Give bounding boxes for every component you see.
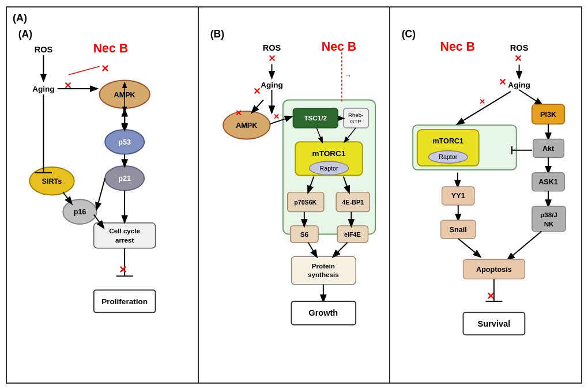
svg-text:eIF4E: eIF4E <box>344 231 360 238</box>
svg-text:4E-BP1: 4E-BP1 <box>342 199 363 206</box>
svg-line-63 <box>316 128 322 142</box>
svg-rect-74 <box>337 226 368 243</box>
svg-point-13 <box>105 130 144 154</box>
svg-text:synthesis: synthesis <box>308 271 339 278</box>
svg-point-47 <box>223 111 270 139</box>
svg-rect-58 <box>295 142 363 175</box>
svg-text:✕: ✕ <box>479 98 485 106</box>
svg-rect-37 <box>94 290 156 313</box>
svg-text:Protein: Protein <box>311 262 334 270</box>
svg-text:ROS: ROS <box>35 45 53 54</box>
svg-text:AMPK: AMPK <box>236 122 257 130</box>
svg-text:Akt: Akt <box>542 145 555 153</box>
svg-text:(B): (B) <box>210 28 224 40</box>
svg-text:Raptor: Raptor <box>439 153 458 160</box>
svg-rect-97 <box>532 104 564 124</box>
svg-text:SIRTs: SIRTs <box>42 177 62 185</box>
svg-line-122 <box>458 238 480 256</box>
svg-text:✕: ✕ <box>514 54 522 63</box>
svg-rect-100 <box>533 139 564 157</box>
svg-text:✕: ✕ <box>253 86 261 96</box>
svg-text:Survival: Survival <box>478 319 511 328</box>
svg-text:p38/J: p38/J <box>540 211 557 218</box>
svg-text:p16: p16 <box>74 208 86 216</box>
svg-line-5 <box>69 66 99 75</box>
svg-text:Aging: Aging <box>32 85 54 93</box>
svg-line-70 <box>308 176 314 192</box>
svg-text:Aging: Aging <box>508 81 530 89</box>
svg-text:Raptor: Raptor <box>319 165 338 172</box>
svg-line-82 <box>333 243 347 256</box>
svg-line-62 <box>344 128 355 142</box>
svg-line-49 <box>252 100 263 112</box>
svg-rect-54 <box>343 108 368 128</box>
svg-rect-51 <box>283 100 375 234</box>
svg-line-81 <box>308 243 316 256</box>
svg-line-123 <box>508 232 542 260</box>
svg-text:✕: ✕ <box>235 109 242 118</box>
svg-rect-110 <box>417 130 479 166</box>
svg-text:YY1: YY1 <box>451 192 465 200</box>
panel-a: (A) (A) ROS Nec B ✕ Aging <box>7 7 199 383</box>
svg-rect-129 <box>463 312 525 335</box>
panel-c: (C) ROS Nec B ✕ Aging ✕ <box>390 7 581 383</box>
svg-text:Proliferation: Proliferation <box>101 297 148 306</box>
svg-text:✕: ✕ <box>268 54 276 63</box>
svg-text:ROS: ROS <box>510 43 529 52</box>
svg-rect-66 <box>287 192 323 212</box>
svg-text:mTORC1: mTORC1 <box>312 149 345 158</box>
svg-text:Nec B: Nec B <box>440 40 476 54</box>
svg-text:mTORC1: mTORC1 <box>433 137 464 145</box>
svg-line-28 <box>63 192 71 203</box>
svg-line-27 <box>97 178 105 209</box>
svg-text:p53: p53 <box>118 138 131 146</box>
svg-line-71 <box>343 176 349 192</box>
svg-rect-106 <box>532 206 566 232</box>
svg-rect-103 <box>532 173 564 191</box>
svg-rect-84 <box>291 301 356 325</box>
svg-point-25 <box>63 199 96 224</box>
panel-b: (B) ROS Nec B ✕ Aging ✕ <box>199 7 391 383</box>
svg-rect-52 <box>293 108 338 128</box>
svg-text:p21: p21 <box>118 175 131 183</box>
svg-point-112 <box>429 151 468 163</box>
svg-text:Apoptosis: Apoptosis <box>476 266 512 274</box>
svg-text:ASK1: ASK1 <box>539 178 559 186</box>
svg-rect-72 <box>290 226 318 243</box>
svg-rect-78 <box>291 256 356 285</box>
svg-text:Aging: Aging <box>261 81 282 89</box>
svg-text:✕: ✕ <box>101 63 109 74</box>
svg-text:✕: ✕ <box>64 81 71 90</box>
svg-text:Nec B: Nec B <box>321 40 356 54</box>
svg-line-33 <box>94 214 104 227</box>
svg-text:PI3K: PI3K <box>540 111 556 119</box>
svg-text:Rheb-: Rheb- <box>348 112 363 118</box>
svg-text:arrest: arrest <box>115 236 134 244</box>
svg-rect-117 <box>442 187 474 205</box>
svg-text:GTP: GTP <box>350 118 361 124</box>
svg-text:AMPK: AMPK <box>114 91 135 99</box>
svg-text:(A): (A) <box>18 28 32 40</box>
svg-text:Nec B: Nec B <box>93 41 128 55</box>
svg-text:✕: ✕ <box>119 264 127 275</box>
main-container: (A) (A) ROS Nec B ✕ Aging <box>6 6 582 384</box>
svg-line-64 <box>270 117 291 124</box>
svg-text:→: → <box>344 71 351 79</box>
svg-text:(C): (C) <box>402 28 416 40</box>
svg-text:NK: NK <box>544 220 554 228</box>
svg-point-17 <box>105 166 144 191</box>
svg-text:✕: ✕ <box>487 290 495 302</box>
svg-text:✕: ✕ <box>499 77 506 87</box>
svg-text:Cell cycle: Cell cycle <box>109 227 140 234</box>
svg-text:TSC1/2: TSC1/2 <box>304 114 327 122</box>
svg-text:S6: S6 <box>300 230 308 238</box>
svg-rect-29 <box>94 223 156 248</box>
svg-text:✕: ✕ <box>273 113 280 121</box>
svg-point-8 <box>99 80 149 108</box>
svg-line-96 <box>519 90 542 104</box>
svg-point-60 <box>309 161 348 175</box>
svg-rect-109 <box>413 125 517 170</box>
svg-rect-68 <box>336 192 370 212</box>
svg-text:p70S6K: p70S6K <box>294 199 316 206</box>
svg-point-20 <box>29 167 74 195</box>
